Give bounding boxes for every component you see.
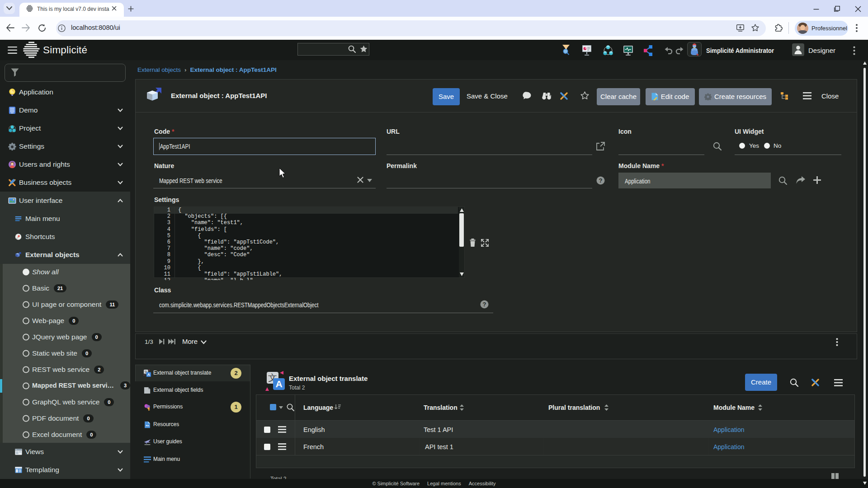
svg-text:A: A: [275, 379, 282, 389]
svg-text:?: ?: [483, 301, 486, 308]
svg-text:A: A: [147, 372, 150, 377]
svg-text:?: ?: [599, 177, 603, 184]
